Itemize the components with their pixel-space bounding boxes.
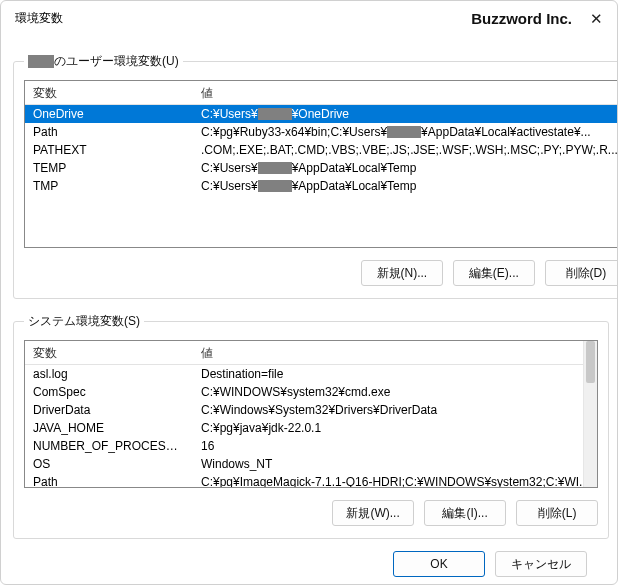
scrollbar-thumb[interactable] bbox=[586, 341, 595, 383]
cell-var-name: DriverData bbox=[25, 402, 193, 418]
user-new-button[interactable]: 新規(N)... bbox=[361, 260, 443, 286]
table-row[interactable]: PATHEXT.COM;.EXE;.BAT;.CMD;.VBS;.VBE;.JS… bbox=[25, 141, 618, 159]
user-delete-button[interactable]: 削除(D) bbox=[545, 260, 618, 286]
redacted-username-icon bbox=[28, 55, 54, 68]
cell-var-value: Destination=file bbox=[193, 366, 597, 382]
user-env-legend-text: のユーザー環境変数(U) bbox=[54, 53, 179, 70]
user-env-group: のユーザー環境変数(U) 変数 値 OneDriveC:¥Users¥¥OneD… bbox=[13, 53, 618, 299]
cell-var-name: TMP bbox=[25, 178, 193, 194]
scrollbar-vertical[interactable] bbox=[583, 341, 597, 487]
cell-var-name: ComSpec bbox=[25, 384, 193, 400]
table-row[interactable]: asl.logDestination=file bbox=[25, 365, 597, 383]
cell-var-name: Path bbox=[25, 124, 193, 140]
cell-var-value: C:¥Users¥¥OneDrive bbox=[193, 106, 618, 122]
system-env-group: システム環境変数(S) 変数 値 asl.logDestination=file… bbox=[13, 313, 609, 539]
user-env-table[interactable]: 変数 値 OneDriveC:¥Users¥¥OneDrivePathC:¥pg… bbox=[24, 80, 618, 248]
cell-var-name: OS bbox=[25, 456, 193, 472]
redacted-text-icon bbox=[258, 162, 292, 174]
system-env-legend: システム環境変数(S) bbox=[24, 313, 144, 330]
table-header: 変数 値 bbox=[25, 81, 618, 105]
table-row[interactable]: PathC:¥pg¥Ruby33-x64¥bin;C:¥Users¥¥AppDa… bbox=[25, 123, 618, 141]
table-row[interactable]: OSWindows_NT bbox=[25, 455, 597, 473]
table-row[interactable]: NUMBER_OF_PROCESSORS16 bbox=[25, 437, 597, 455]
cell-var-name: NUMBER_OF_PROCESSORS bbox=[25, 438, 193, 454]
system-delete-button[interactable]: 削除(L) bbox=[516, 500, 598, 526]
col-header-name[interactable]: 変数 bbox=[25, 81, 193, 104]
user-edit-button[interactable]: 編集(E)... bbox=[453, 260, 535, 286]
cell-var-name: TEMP bbox=[25, 160, 193, 176]
cell-var-value: C:¥pg¥ImageMagick-7.1.1-Q16-HDRI;C:¥WIND… bbox=[193, 474, 597, 488]
col-header-value[interactable]: 値 bbox=[193, 81, 618, 104]
cell-var-name: PATHEXT bbox=[25, 142, 193, 158]
table-header: 変数 値 bbox=[25, 341, 597, 365]
table-row[interactable]: JAVA_HOMEC:¥pg¥java¥jdk-22.0.1 bbox=[25, 419, 597, 437]
ok-button[interactable]: OK bbox=[393, 551, 485, 577]
cell-var-value: .COM;.EXE;.BAT;.CMD;.VBS;.VBE;.JS;.JSE;.… bbox=[193, 142, 618, 158]
system-env-table[interactable]: 変数 値 asl.logDestination=fileComSpecC:¥WI… bbox=[24, 340, 598, 488]
redacted-text-icon bbox=[258, 180, 292, 192]
cell-var-name: Path bbox=[25, 474, 193, 488]
table-row[interactable]: PathC:¥pg¥ImageMagick-7.1.1-Q16-HDRI;C:¥… bbox=[25, 473, 597, 488]
table-row[interactable]: OneDriveC:¥Users¥¥OneDrive bbox=[25, 105, 618, 123]
cell-var-value: C:¥Windows¥System32¥Drivers¥DriverData bbox=[193, 402, 597, 418]
redacted-text-icon bbox=[258, 108, 292, 120]
table-row[interactable]: DriverDataC:¥Windows¥System32¥Drivers¥Dr… bbox=[25, 401, 597, 419]
cell-var-name: JAVA_HOME bbox=[25, 420, 193, 436]
redacted-text-icon bbox=[387, 126, 421, 138]
cell-var-value: C:¥pg¥java¥jdk-22.0.1 bbox=[193, 420, 597, 436]
cell-var-value: C:¥pg¥Ruby33-x64¥bin;C:¥Users¥¥AppData¥L… bbox=[193, 124, 618, 140]
system-edit-button[interactable]: 編集(I)... bbox=[424, 500, 506, 526]
cell-var-name: asl.log bbox=[25, 366, 193, 382]
close-icon[interactable]: ✕ bbox=[590, 11, 603, 26]
table-row[interactable]: TMPC:¥Users¥¥AppData¥Local¥Temp bbox=[25, 177, 618, 195]
cell-var-name: OneDrive bbox=[25, 106, 193, 122]
col-header-value[interactable]: 値 bbox=[193, 341, 597, 364]
system-new-button[interactable]: 新規(W)... bbox=[332, 500, 414, 526]
table-row[interactable]: TEMPC:¥Users¥¥AppData¥Local¥Temp bbox=[25, 159, 618, 177]
table-row[interactable]: ComSpecC:¥WINDOWS¥system32¥cmd.exe bbox=[25, 383, 597, 401]
brand-label: Buzzword Inc. bbox=[471, 10, 572, 27]
cancel-button[interactable]: キャンセル bbox=[495, 551, 587, 577]
user-env-legend: のユーザー環境変数(U) bbox=[24, 53, 183, 70]
titlebar: 環境変数 Buzzword Inc. ✕ bbox=[1, 1, 617, 35]
window-title: 環境変数 bbox=[15, 10, 63, 27]
cell-var-value: 16 bbox=[193, 438, 597, 454]
cell-var-value: Windows_NT bbox=[193, 456, 597, 472]
cell-var-value: C:¥Users¥¥AppData¥Local¥Temp bbox=[193, 160, 618, 176]
cell-var-value: C:¥WINDOWS¥system32¥cmd.exe bbox=[193, 384, 597, 400]
cell-var-value: C:¥Users¥¥AppData¥Local¥Temp bbox=[193, 178, 618, 194]
col-header-name[interactable]: 変数 bbox=[25, 341, 193, 364]
